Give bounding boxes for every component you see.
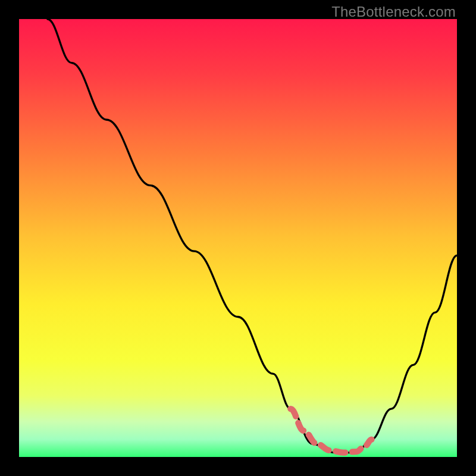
chart-frame: TheBottleneck.com [0, 0, 476, 476]
bottleneck-curve [19, 19, 457, 457]
plot-area [19, 19, 457, 457]
watermark-text: TheBottleneck.com [331, 4, 456, 20]
